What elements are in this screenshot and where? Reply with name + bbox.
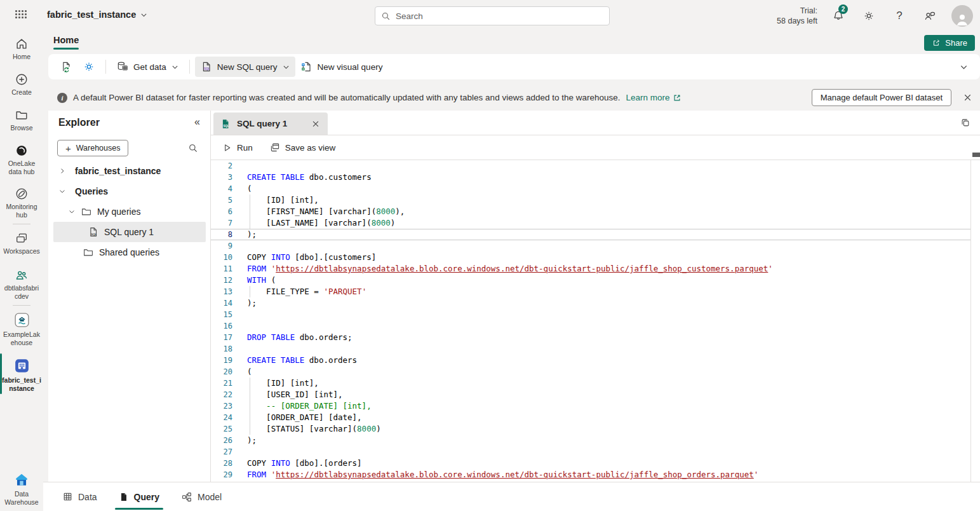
sidebar-item-examplelakehouse[interactable]: ExampleLak ehouse — [0, 311, 43, 347]
share-button[interactable]: Share — [924, 35, 975, 51]
code-line[interactable]: 28COPY INTO [dbo].[orders] — [211, 458, 970, 469]
refresh-button[interactable] — [55, 57, 77, 77]
visual-query-icon — [300, 60, 313, 73]
line-number: 5 — [211, 194, 232, 206]
save-as-view-button[interactable]: Save as view — [269, 142, 336, 153]
code-line[interactable]: 29FROM 'https://dbtlabsynapsedatalake.bl… — [211, 469, 970, 480]
code-line[interactable]: 24 [ORDER_DATE] [date], — [211, 412, 970, 423]
line-number: 23 — [211, 400, 232, 412]
tree-item-queries[interactable]: Queries — [48, 181, 211, 201]
chevron-down-icon — [282, 63, 290, 71]
copy-button[interactable] — [960, 117, 971, 128]
sidebar-item-fabric-test-instance[interactable]: fabric_test_i nstance — [0, 357, 43, 393]
tab-model[interactable]: Model — [181, 482, 222, 511]
tree-item-my-queries[interactable]: My queries — [48, 201, 211, 222]
code-line[interactable]: 10COPY INTO [dbo].[customers] — [211, 252, 970, 263]
sidebar-item-onelake-data-hub[interactable]: OneLake data hub — [0, 144, 43, 176]
folder-icon — [15, 108, 29, 122]
account-avatar[interactable] — [951, 5, 973, 27]
code-line[interactable]: 18 — [211, 343, 970, 355]
code-line[interactable]: 17DROP TABLE dbo.orders; — [211, 332, 970, 343]
code-line[interactable]: 3CREATE TABLE dbo.customers — [211, 172, 970, 183]
code-line[interactable]: 9 — [211, 240, 970, 252]
database-icon — [116, 60, 129, 73]
collapse-ribbon-button[interactable] — [959, 62, 969, 72]
search-input[interactable]: Search — [375, 6, 610, 25]
code-line[interactable]: 13 FILE_TYPE = 'PARQUET' — [211, 286, 970, 297]
tree-item-sql-query-1[interactable]: SQL SQL query 1 — [53, 222, 206, 242]
code-line[interactable]: 6 [FIRST_NAME] [varchar](8000), — [211, 206, 970, 217]
banner-close-button[interactable] — [962, 92, 974, 104]
code-line[interactable]: 20( — [211, 366, 970, 378]
sidebar-item-monitoring-hub[interactable]: Monitoring hub — [0, 187, 43, 219]
chevron-down-icon — [140, 11, 148, 19]
add-warehouses-button[interactable]: + Warehouses — [57, 140, 128, 156]
notifications-button[interactable]: 2 — [828, 5, 849, 27]
line-number: 9 — [211, 240, 232, 252]
sidebar-item-create[interactable]: Create — [0, 72, 43, 97]
code-line[interactable]: 25 [STATUS] [varchar](8000) — [211, 423, 970, 435]
editor-scrollbar-thumb[interactable] — [972, 153, 980, 157]
get-data-button[interactable]: Get data — [111, 57, 184, 77]
tool-settings-button[interactable] — [77, 57, 100, 77]
lakehouse-icon — [13, 311, 30, 329]
chevron-right-icon[interactable] — [58, 167, 66, 175]
code-line[interactable]: 23 -- [ORDER_DATE] [int], — [211, 400, 970, 412]
sidebar-item-browse[interactable]: Browse — [0, 108, 43, 132]
code-line[interactable]: 11FROM 'https://dbtlabsynapsedatalake.bl… — [211, 263, 970, 275]
workspace-switcher[interactable]: fabric_test_instance — [47, 10, 148, 20]
explorer-search-button[interactable] — [187, 142, 199, 154]
code-line[interactable]: 26); — [211, 435, 970, 446]
tab-close-button[interactable] — [310, 118, 321, 130]
code-line[interactable]: 22 [USER_ID] [int], — [211, 389, 970, 400]
chevron-down-icon[interactable] — [58, 187, 66, 195]
code-line[interactable]: 16 — [211, 320, 970, 332]
search-placeholder: Search — [396, 11, 423, 21]
sidebar-item-dbtlabsfabricdev[interactable]: dbtlabsfabri cdev — [0, 268, 43, 301]
code-line[interactable]: 14); — [211, 297, 970, 309]
code-line[interactable]: 21 [ID] [int], — [211, 378, 970, 389]
run-label: Run — [237, 143, 253, 153]
tree-item-shared-queries[interactable]: Shared queries — [48, 242, 211, 262]
feedback-button[interactable] — [919, 5, 941, 27]
tab-sql-query-1[interactable]: SQL SQL query 1 — [213, 112, 328, 135]
code-line[interactable]: 12WITH ( — [211, 275, 970, 286]
code-line[interactable]: 4( — [211, 183, 970, 194]
settings-button[interactable] — [858, 5, 880, 27]
play-icon — [222, 142, 232, 153]
code-line[interactable]: 15 — [211, 309, 970, 320]
code-line[interactable]: 27 — [211, 446, 970, 458]
person-icon — [955, 11, 970, 27]
sql-file-icon: SQL — [88, 226, 99, 238]
tab-data-label: Data — [78, 492, 97, 502]
tab-home[interactable]: Home — [53, 35, 79, 50]
chevron-down-icon[interactable] — [68, 208, 76, 215]
sidebar-item-data-warehouse[interactable]: Data Warehouse — [0, 472, 43, 507]
tab-data[interactable]: Data — [62, 482, 97, 511]
svg-text:SQL: SQL — [204, 67, 210, 71]
learn-more-link[interactable]: Learn more — [626, 93, 681, 102]
help-button[interactable]: ? — [889, 5, 910, 27]
new-sql-query-button[interactable]: SQL New SQL query — [195, 57, 295, 77]
new-visual-query-button[interactable]: New visual query — [295, 57, 388, 77]
tree-item-warehouse-root[interactable]: fabric_test_instance — [48, 161, 211, 181]
sql-code-editor[interactable]: 23CREATE TABLE dbo.customers4(5 [ID] [in… — [211, 160, 971, 482]
code-line[interactable]: 7 [LAST_NAME] [varchar](8000) — [211, 217, 970, 229]
run-button[interactable]: Run — [222, 142, 253, 153]
app-launcher-icon[interactable] — [15, 10, 28, 20]
collapse-explorer-button[interactable]: « — [194, 116, 200, 128]
warehouses-label: Warehouses — [76, 144, 121, 153]
code-text: [STATUS] [varchar](8000) — [247, 423, 970, 435]
tree-label: Shared queries — [99, 247, 159, 257]
code-line[interactable]: 5 [ID] [int], — [211, 194, 970, 206]
manage-dataset-button[interactable]: Manage default Power BI dataset — [812, 89, 951, 106]
sidebar-item-workspaces[interactable]: Workspaces — [0, 231, 43, 256]
code-line[interactable]: 8); — [211, 229, 970, 240]
tab-query[interactable]: Query — [119, 482, 159, 511]
line-number: 14 — [211, 297, 232, 309]
svg-text:SQL: SQL — [224, 125, 230, 128]
code-line[interactable]: 2 — [211, 160, 970, 172]
new-visual-query-label: New visual query — [318, 62, 383, 72]
code-line[interactable]: 19CREATE TABLE dbo.orders — [211, 355, 970, 366]
sidebar-item-home[interactable]: Home — [0, 37, 43, 61]
